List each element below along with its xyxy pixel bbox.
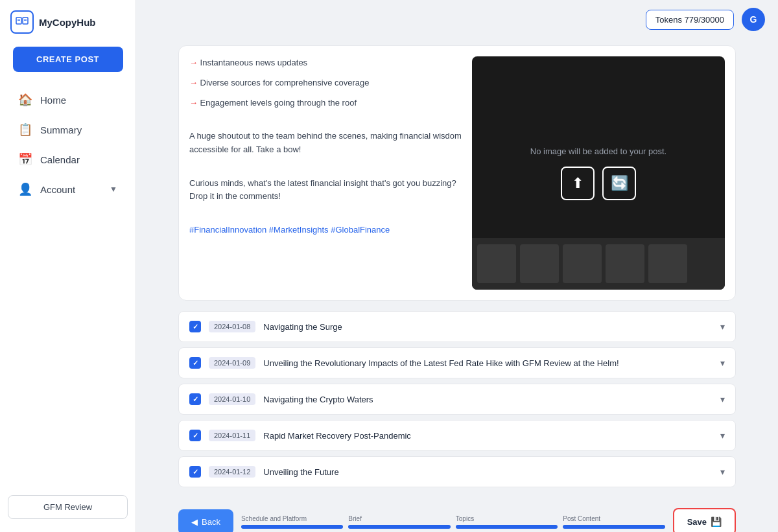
article-date-4: 2024-01-11	[209, 430, 255, 441]
image-thumbnails	[472, 238, 725, 290]
user-avatar[interactable]: G	[742, 8, 765, 31]
article-checkbox-5[interactable]	[189, 466, 201, 478]
svg-rect-1	[23, 17, 28, 24]
progress-bar-1	[241, 525, 343, 529]
text-panel[interactable]: → Instantaneous news updates → Diverse s…	[189, 56, 464, 290]
article-date-3: 2024-01-10	[209, 393, 255, 405]
bullet-1: → Instantaneous news updates	[189, 56, 464, 70]
progress-bar-3	[456, 525, 558, 529]
back-arrow-icon: ◀	[191, 517, 198, 527]
article-date-5: 2024-01-12	[209, 466, 255, 478]
bullet-2: → Diverse sources for comprehensive cove…	[189, 76, 464, 90]
thumbnail-4[interactable]	[606, 244, 644, 283]
sidebar-item-account[interactable]: 👤 Account ▼	[8, 174, 128, 204]
progress-step-4: Post Content	[563, 515, 665, 529]
thumbnail-1[interactable]	[477, 244, 516, 283]
thumbnail-2[interactable]	[520, 244, 559, 283]
chevron-icon-5: ▾	[720, 467, 725, 477]
calendar-icon: 📅	[18, 152, 32, 167]
article-date-1: 2024-01-08	[209, 321, 255, 332]
upload-image-button[interactable]: ⬆	[561, 167, 595, 200]
create-post-button[interactable]: CREATE POST	[13, 47, 123, 72]
save-label: Save	[687, 517, 707, 527]
sidebar-item-summary[interactable]: 📋 Summary	[8, 115, 128, 145]
curious-text: Curious minds, what's the latest financi…	[189, 177, 464, 204]
no-image-text: No image will be added to your post.	[530, 146, 666, 156]
step-label-4: Post Content	[563, 515, 665, 522]
app-name: MyCopyHub	[39, 17, 96, 28]
logo-icon	[10, 10, 34, 34]
post-editor-area: → Instantaneous news updates → Diverse s…	[178, 45, 736, 301]
sidebar-item-label-account: Account	[40, 184, 75, 195]
article-item-1[interactable]: 2024-01-08 Navigating the Surge ▾	[178, 311, 736, 342]
progress-step-1: Schedule and Platform	[241, 515, 343, 529]
chevron-down-icon: ▼	[110, 185, 117, 194]
thumbnail-3[interactable]	[563, 244, 602, 283]
thumbnail-5[interactable]	[648, 244, 687, 283]
step-label-3: Topics	[456, 515, 558, 522]
save-icon: 💾	[711, 516, 722, 527]
image-panel: No image will be added to your post. ⬆ 🔄	[472, 56, 725, 290]
logo-area: MyCopyHub	[0, 10, 136, 47]
article-checkbox-1[interactable]	[189, 321, 201, 332]
sidebar-bottom: GFM Review	[8, 495, 128, 519]
article-item-4[interactable]: 2024-01-11 Rapid Market Recovery Post-Pa…	[178, 420, 736, 451]
article-checkbox-4[interactable]	[189, 430, 201, 441]
workspace-button[interactable]: GFM Review	[8, 495, 128, 519]
tokens-badge: Tokens 779/30000	[646, 10, 734, 30]
progress-bar-2	[348, 525, 450, 529]
sidebar-item-calendar[interactable]: 📅 Calendar	[8, 145, 128, 174]
back-label: Back	[202, 517, 220, 527]
header: Tokens 779/30000 G	[272, 0, 778, 39]
upload-icon: ⬆	[572, 175, 584, 192]
refresh-image-button[interactable]: 🔄	[602, 167, 636, 200]
nav-menu: 🏠 Home 📋 Summary 📅 Calendar 👤 Account ▼	[0, 85, 136, 204]
image-actions: ⬆ 🔄	[561, 167, 636, 200]
footer-bar: ◀ Back Schedule and Platform Brief Topic…	[178, 500, 736, 532]
progress-step-3: Topics	[456, 515, 558, 529]
sidebar-item-home[interactable]: 🏠 Home	[8, 85, 128, 115]
step-label-1: Schedule and Platform	[241, 515, 343, 522]
hashtags: #FinancialInnovation #MarketInsights #Gl…	[189, 224, 464, 237]
account-icon: 👤	[18, 182, 32, 196]
sidebar-item-label-summary: Summary	[40, 124, 82, 135]
progress-bar-4	[563, 525, 665, 529]
sidebar: MyCopyHub CREATE POST 🏠 Home 📋 Summary 📅…	[0, 0, 136, 532]
sidebar-item-label-home: Home	[40, 95, 66, 106]
chevron-icon-4: ▾	[720, 430, 725, 441]
article-item-3[interactable]: 2024-01-10 Navigating the Crypto Waters …	[178, 384, 736, 415]
home-icon: 🏠	[18, 93, 32, 107]
content-wrapper: → Instantaneous news updates → Diverse s…	[178, 39, 736, 532]
main-content: → Instantaneous news updates → Diverse s…	[136, 0, 778, 532]
save-button[interactable]: Save 💾	[673, 508, 736, 532]
article-date-2: 2024-01-09	[209, 357, 255, 369]
chevron-icon-3: ▾	[720, 394, 725, 404]
summary-icon: 📋	[18, 122, 32, 137]
back-button[interactable]: ◀ Back	[178, 509, 233, 533]
sidebar-item-label-calendar: Calendar	[40, 154, 80, 165]
article-title-1: Navigating the Surge	[263, 322, 713, 332]
article-title-4: Rapid Market Recovery Post-Pandemic	[263, 431, 713, 441]
article-item-5[interactable]: 2024-01-12 Unveiling the Future ▾	[178, 456, 736, 487]
article-title-2: Unveiling the Revolutionary Impacts of t…	[263, 358, 713, 368]
refresh-icon: 🔄	[611, 175, 628, 192]
article-list: 2024-01-08 Navigating the Surge ▾ 2024-0…	[178, 311, 736, 487]
step-label-2: Brief	[348, 515, 450, 522]
article-title-5: Unveiling the Future	[263, 467, 713, 477]
chevron-icon-1: ▾	[720, 321, 725, 332]
article-title-3: Navigating the Crypto Waters	[263, 395, 713, 404]
article-checkbox-2[interactable]	[189, 357, 201, 369]
progress-steps: Schedule and Platform Brief Topics Post …	[241, 515, 665, 529]
svg-rect-0	[16, 17, 21, 24]
article-item-2[interactable]: 2024-01-09 Unveiling the Revolutionary I…	[178, 347, 736, 378]
shoutout-text: A huge shoutout to the team behind the s…	[189, 130, 464, 157]
progress-step-2: Brief	[348, 515, 450, 529]
chevron-icon-2: ▾	[720, 358, 725, 368]
article-checkbox-3[interactable]	[189, 393, 201, 405]
bullet-3: → Engagement levels going through the ro…	[189, 97, 464, 110]
